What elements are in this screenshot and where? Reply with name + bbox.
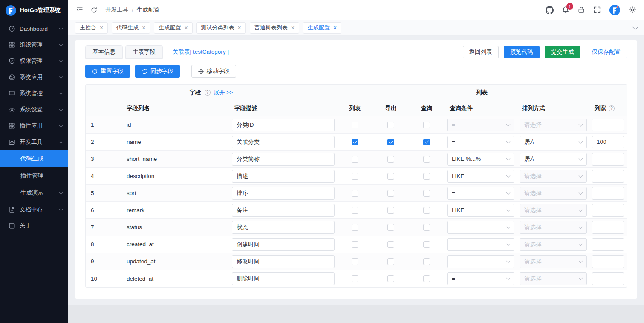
sidebar-item-gen-demo[interactable]: 生成演示 [0, 184, 68, 201]
sidebar-item-about[interactable]: 关于 [0, 218, 68, 234]
close-icon[interactable]: × [142, 25, 145, 31]
query-checkbox[interactable] [423, 122, 430, 128]
close-icon[interactable]: × [291, 25, 295, 31]
notifications-button[interactable]: 1 [562, 6, 569, 14]
collapse-sidebar-icon[interactable] [76, 6, 84, 14]
fullscreen-icon[interactable] [593, 6, 601, 14]
align-select[interactable]: 请选择 [520, 221, 587, 234]
query-condition-select[interactable]: = [447, 119, 514, 131]
tab-basic-info[interactable]: 基本信息 [85, 45, 123, 59]
tab-main-fields[interactable]: 主表字段 [125, 45, 163, 59]
refresh-icon[interactable] [90, 6, 98, 14]
query-checkbox[interactable] [423, 207, 430, 214]
query-checkbox[interactable] [423, 258, 430, 265]
tab-test-category[interactable]: 测试分类列表× [196, 22, 246, 34]
list-checkbox[interactable] [352, 275, 358, 282]
query-condition-select[interactable]: = [447, 255, 514, 268]
query-checkbox[interactable] [423, 173, 430, 180]
tab-gen-config-active[interactable]: 生成配置× [303, 22, 341, 34]
export-checkbox[interactable] [387, 275, 394, 282]
field-desc-input[interactable] [232, 272, 335, 285]
export-checkbox[interactable] [387, 258, 394, 265]
query-checkbox[interactable] [423, 156, 430, 163]
query-condition-select[interactable]: LIKE [447, 204, 514, 217]
tab-console[interactable]: 主控台× [75, 22, 108, 34]
submit-generate-button[interactable]: 提交生成 [545, 46, 580, 58]
field-desc-input[interactable] [232, 204, 335, 217]
align-select[interactable]: 居左 [520, 153, 587, 166]
avatar[interactable] [609, 4, 621, 16]
column-width-input[interactable] [592, 255, 624, 268]
sidebar-item-monitor[interactable]: 系统监控 [0, 85, 68, 102]
query-condition-select[interactable]: = [447, 187, 514, 200]
align-select[interactable]: 请选择 [520, 272, 587, 285]
column-width-input[interactable] [592, 136, 624, 148]
column-width-input[interactable] [592, 204, 624, 217]
breadcrumb-item[interactable]: 开发工具 [105, 6, 128, 14]
export-checkbox[interactable] [387, 156, 394, 163]
close-icon[interactable]: × [238, 25, 241, 31]
list-checkbox[interactable] [352, 173, 358, 180]
column-width-input[interactable] [592, 221, 624, 234]
query-checkbox[interactable] [423, 224, 430, 231]
lock-icon[interactable] [578, 6, 585, 14]
align-select[interactable]: 请选择 [520, 255, 587, 268]
column-width-input[interactable] [592, 187, 624, 200]
export-checkbox[interactable] [387, 173, 394, 180]
reset-fields-button[interactable]: 重置字段 [85, 65, 130, 78]
sync-fields-button[interactable]: 同步字段 [135, 65, 180, 78]
column-width-input[interactable] [592, 119, 624, 131]
close-icon[interactable]: × [100, 25, 103, 31]
export-checkbox[interactable] [387, 122, 394, 128]
sidebar-item-plugin[interactable]: 插件应用 [0, 118, 68, 134]
sidebar-item-permission[interactable]: 权限管理 [0, 53, 68, 69]
field-desc-input[interactable] [232, 238, 335, 251]
query-checkbox[interactable] [423, 241, 430, 248]
sidebar-item-docs[interactable]: 文档中心 [0, 201, 68, 218]
sidebar-item-devtools[interactable]: 开发工具 [0, 134, 68, 150]
query-checkbox[interactable] [423, 139, 430, 145]
query-checkbox[interactable] [423, 275, 430, 282]
query-condition-select[interactable]: = [447, 272, 514, 285]
list-checkbox[interactable] [352, 207, 358, 214]
export-checkbox[interactable] [387, 207, 394, 214]
sidebar-item-settings[interactable]: 系统设置 [0, 102, 68, 118]
align-select[interactable]: 请选择 [520, 238, 587, 251]
sidebar-item-system-app[interactable]: 系统应用 [0, 69, 68, 85]
query-condition-select[interactable]: = [447, 136, 514, 148]
column-width-input[interactable] [592, 238, 624, 251]
save-config-button[interactable]: 仅保存配置 [586, 46, 627, 58]
align-select[interactable]: 请选择 [520, 187, 587, 200]
column-width-input[interactable] [592, 170, 624, 183]
list-checkbox[interactable] [352, 139, 358, 145]
expand-link[interactable]: 展开 >> [214, 89, 233, 96]
app-logo[interactable]: HotGo管理系统 [0, 0, 68, 20]
field-desc-input[interactable] [232, 187, 335, 200]
field-desc-input[interactable] [232, 136, 335, 148]
tab-relation-table[interactable]: 关联表[ testCategory ] [165, 45, 236, 59]
query-condition-select[interactable]: = [447, 221, 514, 234]
settings-icon[interactable] [629, 6, 636, 14]
move-fields-button[interactable]: 移动字段 [191, 65, 236, 78]
list-checkbox[interactable] [352, 224, 358, 231]
help-icon[interactable] [205, 90, 211, 96]
sidebar-item-codegen[interactable]: 代码生成 [0, 150, 68, 167]
list-checkbox[interactable] [352, 190, 358, 197]
sidebar-item-plugin-manage[interactable]: 插件管理 [0, 167, 68, 184]
list-checkbox[interactable] [352, 258, 358, 265]
field-desc-input[interactable] [232, 255, 335, 268]
list-checkbox[interactable] [352, 122, 358, 128]
export-checkbox[interactable] [387, 224, 394, 231]
field-desc-input[interactable] [232, 153, 335, 166]
column-width-input[interactable] [592, 272, 624, 285]
query-checkbox[interactable] [423, 190, 430, 197]
sidebar-item-org[interactable]: 组织管理 [0, 37, 68, 53]
query-condition-select[interactable]: LIKE [447, 170, 514, 183]
align-select[interactable]: 请选择 [520, 119, 587, 131]
back-to-list-button[interactable]: 返回列表 [463, 46, 499, 58]
tab-gen-config[interactable]: 生成配置× [154, 22, 192, 34]
close-icon[interactable]: × [184, 25, 188, 31]
list-checkbox[interactable] [352, 241, 358, 248]
list-checkbox[interactable] [352, 156, 358, 163]
export-checkbox[interactable] [387, 241, 394, 248]
